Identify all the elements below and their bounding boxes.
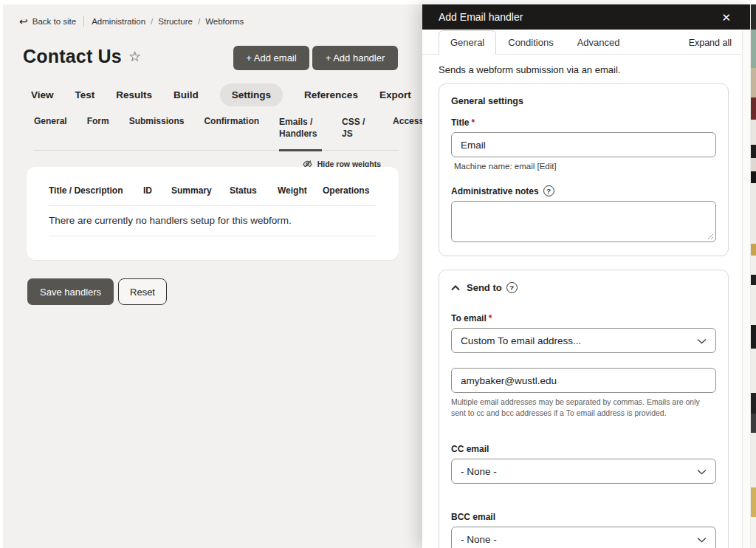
column-summary: Summary — [171, 185, 230, 196]
breadcrumb-webforms[interactable]: Webforms — [205, 17, 244, 26]
cc-email-label-text: CC email — [451, 444, 489, 454]
to-email-label: To email * — [451, 313, 716, 323]
table-divider — [49, 236, 377, 236]
title-label-text: Title — [451, 117, 469, 128]
panel-scrollbar[interactable] — [742, 30, 750, 548]
admin-notes-label-text: Administrative notes — [451, 186, 539, 196]
panel-tab-advanced[interactable]: Advanced — [566, 31, 632, 54]
favorite-star-icon[interactable]: ☆ — [128, 48, 141, 65]
expand-all-link[interactable]: Expand all — [689, 38, 732, 54]
breadcrumb-separator: / — [198, 17, 200, 26]
handlers-table-card: Title / Description ID Summary Status We… — [27, 167, 399, 260]
subtab-general[interactable]: General — [34, 116, 67, 150]
general-settings-heading: General settings — [451, 96, 716, 106]
reset-button[interactable]: Reset — [118, 278, 167, 305]
general-settings-card: General settings Title * Machine name: e… — [439, 83, 729, 256]
breadcrumb-divider — [83, 16, 84, 27]
panel-tab-conditions[interactable]: Conditions — [496, 31, 565, 54]
panel-header: Add Email handler ✕ — [422, 4, 750, 30]
required-marker: * — [489, 313, 492, 323]
page-title: Contact Us — [23, 46, 122, 67]
chevron-down-icon — [697, 469, 707, 475]
machine-name-text: Machine name: email [Edit] — [454, 162, 716, 171]
title-label: Title * — [451, 117, 716, 128]
help-icon[interactable]: ? — [543, 185, 554, 196]
subtab-css-js-label: CSS / JS — [342, 116, 373, 140]
tab-export[interactable]: Export — [379, 89, 411, 100]
subtab-submissions[interactable]: Submissions — [129, 116, 185, 150]
breadcrumb-administration[interactable]: Administration — [92, 17, 145, 26]
title-input[interactable] — [451, 132, 716, 157]
bcc-email-select[interactable]: - None - — [451, 527, 716, 548]
back-arrow-icon: ↩ — [19, 16, 28, 27]
back-to-site-link[interactable]: Back to site — [32, 17, 76, 26]
page-title-row: Contact Us ☆ — [23, 46, 141, 67]
add-email-button[interactable]: + Add email — [233, 46, 309, 70]
add-email-handler-panel: Add Email handler ✕ General Conditions A… — [422, 4, 750, 548]
save-handlers-button[interactable]: Save handlers — [27, 278, 114, 305]
bcc-email-label-text: BCC email — [451, 512, 495, 522]
column-weight: Weight — [278, 185, 323, 196]
primary-tabs: View Test Results Build Settings Referen… — [31, 83, 411, 106]
cc-email-select[interactable]: - None - — [451, 459, 716, 484]
required-marker: * — [471, 117, 475, 128]
page-edge-artifact — [751, 0, 756, 548]
admin-notes-textarea[interactable] — [451, 201, 716, 242]
add-handler-button[interactable]: + Add handler — [312, 46, 398, 70]
custom-to-email-input[interactable] — [451, 368, 716, 393]
chevron-down-icon — [697, 537, 707, 543]
cc-email-selected-value: - None - — [461, 466, 497, 477]
tab-settings[interactable]: Settings — [220, 83, 283, 106]
send-to-card: Send to ? To email * Custom To email add… — [439, 270, 729, 548]
chevron-down-icon — [697, 338, 707, 344]
breadcrumb: ↩ Back to site Administration / Structur… — [19, 16, 249, 27]
panel-tabs: General Conditions Advanced Expand all — [422, 30, 742, 55]
subtab-emails-handlers[interactable]: Emails / Handlers — [279, 116, 322, 151]
to-email-selected-value: Custom To email address... — [461, 335, 581, 346]
panel-body: General Conditions Advanced Expand all S… — [422, 30, 742, 548]
breadcrumb-separator: / — [151, 17, 153, 26]
resize-handle-icon[interactable] — [707, 233, 714, 240]
bcc-email-label: BCC email — [451, 512, 716, 522]
settings-subtabs: General Form Submissions Confirmation Em… — [34, 116, 399, 151]
subtab-emails-handlers-label: Emails / Handlers — [279, 116, 322, 140]
to-email-label-text: To email — [451, 313, 487, 323]
tab-test[interactable]: Test — [75, 89, 95, 100]
panel-tab-general[interactable]: General — [439, 30, 496, 55]
subtab-css-js[interactable]: CSS / JS — [342, 116, 373, 150]
breadcrumb-structure[interactable]: Structure — [158, 17, 193, 26]
column-operations: Operations — [323, 185, 391, 196]
subtab-confirmation[interactable]: Confirmation — [204, 116, 259, 150]
empty-handlers-message: There are currently no handlers setup fo… — [27, 206, 399, 236]
subtab-access[interactable]: Access — [393, 116, 424, 150]
subtab-form[interactable]: Form — [87, 116, 109, 150]
tab-view[interactable]: View — [31, 89, 54, 100]
send-to-heading: Send to — [467, 282, 502, 293]
bcc-email-selected-value: - None - — [461, 534, 497, 545]
handler-description: Sends a webform submission via an email. — [439, 64, 726, 75]
column-id: ID — [143, 185, 171, 196]
send-to-collapse-header[interactable]: Send to ? — [451, 282, 716, 293]
tab-references[interactable]: References — [304, 89, 358, 100]
handlers-table-header: Title / Description ID Summary Status We… — [27, 167, 399, 196]
column-status: Status — [230, 185, 278, 196]
to-email-select[interactable]: Custom To email address... — [451, 328, 716, 353]
tab-results[interactable]: Results — [116, 89, 152, 100]
help-icon[interactable]: ? — [506, 282, 518, 293]
tab-build[interactable]: Build — [173, 89, 199, 100]
column-title-description: Title / Description — [49, 185, 143, 196]
close-icon[interactable]: ✕ — [721, 12, 731, 23]
chevron-up-icon — [451, 285, 460, 291]
admin-notes-label: Administrative notes ? — [451, 185, 716, 196]
panel-title: Add Email handler — [439, 11, 523, 23]
to-email-help-text: Multiple email addresses may be separate… — [451, 397, 716, 419]
cc-email-label: CC email — [451, 444, 716, 454]
